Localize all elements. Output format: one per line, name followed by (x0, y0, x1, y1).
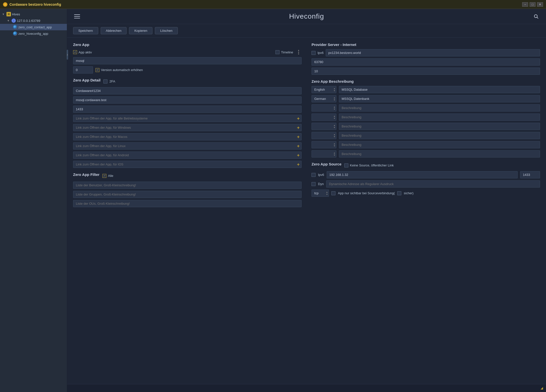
version-auto-checkbox[interactable] (95, 68, 99, 72)
source-secure-label: sicher) (404, 191, 413, 195)
link-android-input[interactable] (73, 152, 302, 159)
provider-val3-row (312, 68, 540, 75)
copy-button[interactable]: Kopieren (129, 27, 152, 34)
beschreibung-row-5: English German ▲ ▼ (312, 132, 540, 139)
provider-ipv6-row: Ipv6 (312, 49, 540, 56)
twofa-checkbox[interactable] (103, 79, 107, 83)
provider-ipv6-label: Ipv6 (318, 51, 324, 55)
users-list-input[interactable] (73, 182, 302, 189)
search-button[interactable] (532, 12, 540, 20)
minimize-button[interactable]: − (522, 2, 528, 7)
provider-port-input[interactable] (312, 58, 540, 66)
hamburger-line-1 (74, 14, 80, 15)
link-ios-add-button[interactable]: + (297, 162, 300, 167)
lang-select-2[interactable]: English German (312, 104, 336, 112)
provider-ipv6-checkbox[interactable] (312, 51, 316, 55)
save-button[interactable]: Speichern (73, 27, 98, 34)
db-type-input[interactable] (73, 57, 302, 64)
sidebar-item-app2[interactable]: zero_hiveconfig_app (0, 30, 67, 37)
sidebar-resize-handle[interactable]: › (67, 50, 68, 60)
close-button[interactable]: ✕ (537, 2, 543, 7)
app-active-checkbox[interactable] (73, 50, 77, 54)
link-all-wrap: + (73, 115, 302, 122)
no-source-checkbox[interactable] (344, 163, 348, 167)
zero-app-section: Zero App App aktiv Timeline (73, 42, 302, 74)
lang-select-3[interactable]: English German (312, 114, 336, 121)
source-ip-input[interactable] (327, 171, 518, 178)
lang-select-7[interactable]: English German (312, 150, 336, 157)
link-all-add-button[interactable]: + (297, 116, 300, 121)
sidebar-item-app1[interactable]: zero_coid_contact_app (0, 24, 67, 30)
maximize-button[interactable]: □ (530, 2, 536, 7)
beschreibung-input-5[interactable] (339, 132, 540, 139)
sidebar-item-server[interactable]: ▼ 127.0.0.1:63789 (0, 17, 67, 24)
link-android-wrap: + (73, 152, 302, 159)
version-row: Version automatisch erhöhen (73, 66, 302, 74)
source-dyn-label: Dyn (318, 182, 324, 186)
link-windows-input[interactable] (73, 124, 302, 131)
beschreibung-input-1[interactable] (339, 95, 540, 102)
groups-list-input[interactable] (73, 191, 302, 198)
app-name-input[interactable] (73, 87, 302, 94)
beschreibung-input-7[interactable] (339, 150, 540, 157)
ous-list-input[interactable] (73, 200, 302, 207)
source-port-input[interactable] (520, 171, 540, 178)
provider-address-input[interactable] (326, 49, 540, 56)
source-dyn-input[interactable] (326, 180, 540, 188)
zero-app-filter-title: Zero App Filter (73, 172, 99, 177)
source-secure-checkbox[interactable] (397, 191, 401, 195)
domain-input[interactable] (73, 96, 302, 104)
lang-select-4[interactable]: English German (312, 123, 336, 130)
lang-select-wrap-1: German English ▲ ▼ (312, 95, 336, 102)
lang-select-1[interactable]: German English (312, 95, 336, 102)
zero-app-detail-section: Zero App Detail 2FA (73, 78, 302, 168)
lang-select-6[interactable]: English German (312, 141, 336, 148)
link-android-row: + (73, 152, 302, 159)
users-list-row (73, 182, 302, 189)
beschreibung-input-6[interactable] (339, 141, 540, 148)
link-windows-add-button[interactable]: + (297, 125, 300, 130)
link-all-input[interactable] (73, 115, 302, 122)
lang-select-0[interactable]: English German (312, 86, 336, 93)
cancel-button[interactable]: Abbrechen (101, 27, 127, 34)
link-macos-add-button[interactable]: + (297, 134, 300, 139)
app2-icon (13, 31, 17, 36)
no-source-wrap: Keine Source, öffentlicher Link (344, 163, 394, 167)
protocol-select[interactable]: tcp udp (312, 190, 329, 197)
beschreibung-input-0[interactable] (339, 86, 540, 93)
link-linux-input[interactable] (73, 142, 302, 150)
link-macos-input[interactable] (73, 133, 302, 140)
hives-icon: H (6, 12, 11, 16)
source-dyn-checkbox[interactable] (312, 182, 316, 186)
lang-select-wrap-2: English German ▲ ▼ (312, 104, 336, 112)
beschreibung-input-4[interactable] (339, 123, 540, 130)
all-checkbox[interactable] (102, 174, 106, 178)
delete-button[interactable]: Löschen (155, 27, 178, 34)
hives-label: Hives (12, 12, 20, 16)
beschreibung-input-3[interactable] (339, 114, 540, 121)
hamburger-line-2 (74, 16, 80, 17)
source-ipv6-checkbox[interactable] (312, 173, 316, 177)
provider-port-row (312, 58, 540, 66)
source-visible-checkbox[interactable] (331, 191, 335, 195)
link-linux-add-button[interactable]: + (297, 143, 300, 149)
server-icon (11, 18, 16, 23)
link-linux-row: + (73, 142, 302, 150)
link-ios-input[interactable] (73, 161, 302, 168)
provider-server-section: Provider Server - Internet Ipv6 (312, 42, 540, 75)
hamburger-button[interactable] (73, 12, 81, 20)
beschreibung-input-2[interactable] (339, 104, 540, 112)
more-options-button[interactable] (296, 49, 302, 55)
sidebar-item-hives[interactable]: ▼ H Hives (0, 11, 67, 17)
timeline-label: Timeline (281, 50, 293, 54)
app1-label: zero_coid_contact_app (18, 25, 52, 29)
link-android-add-button[interactable]: + (297, 153, 300, 158)
link-ios-row: + (73, 161, 302, 168)
svg-line-4 (537, 17, 538, 19)
port-input[interactable] (73, 106, 302, 113)
provider-val3-input[interactable] (312, 68, 540, 75)
version-input[interactable] (73, 66, 93, 74)
timeline-checkbox-wrap: Timeline (275, 50, 293, 54)
lang-select-5[interactable]: English German (312, 132, 336, 139)
timeline-checkbox[interactable] (275, 50, 279, 54)
